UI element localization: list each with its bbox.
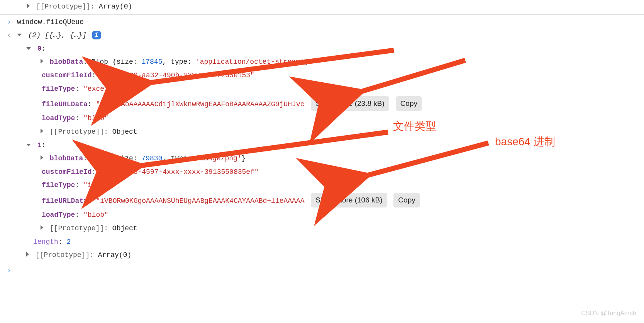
length-label: length xyxy=(33,238,58,246)
proto-value: Array(0) xyxy=(98,251,131,259)
chevron-right-icon: › xyxy=(7,16,14,28)
prop-value: "ccde9900-aa32-490b-xxxx-x8272d5e153" xyxy=(100,71,254,79)
object-property-row: fileURLData: "iVBORw0KGgoAAAANSUhEUgAABg… xyxy=(0,192,644,208)
prop-value: "excel" xyxy=(83,85,113,93)
proto-value: Array(0) xyxy=(99,3,132,10)
prop-key: blobData xyxy=(50,58,83,66)
prop-key: loadType xyxy=(42,114,75,122)
index-key: 0 xyxy=(37,45,42,53)
divider xyxy=(0,263,644,263)
prototype-row-outer[interactable]: [[Prototype]]: Array(0) xyxy=(0,248,644,262)
expand-icon[interactable] xyxy=(41,225,43,230)
expand-icon[interactable] xyxy=(41,155,43,160)
console-prompt-row[interactable]: › xyxy=(0,264,644,277)
prop-value: "blob" xyxy=(83,114,108,122)
console-output-row[interactable]: ‹ (2) [{…}, {…}] i xyxy=(0,29,644,42)
prop-key: fileType xyxy=(42,181,75,189)
prop-key: blobData xyxy=(50,155,83,162)
object-property-row[interactable]: blobData: Blob {size: 79830, type: 'imag… xyxy=(0,152,644,165)
proto-label: [[Prototype]] xyxy=(36,251,90,259)
object-property-row[interactable]: blobData: Blob {size: 17845, type: 'appl… xyxy=(0,55,644,69)
copy-button[interactable]: Copy xyxy=(396,96,422,111)
index-key: 1 xyxy=(37,141,42,149)
object-property-row: fileType: "img" xyxy=(0,178,644,192)
prop-key: fileURLData xyxy=(42,197,88,205)
watermark: CSDN @TangAcrab xyxy=(581,310,636,317)
prop-value: "iVBORw0KGgoAAAANSUhEUgAABgEAAAK4CAYAAAB… xyxy=(96,197,304,205)
proto-label: [[Prototype]] xyxy=(50,128,104,136)
prop-key: fileURLData xyxy=(42,100,88,108)
length-value: 2 xyxy=(66,238,71,246)
prop-value: "blob" xyxy=(83,211,108,219)
prop-value: "UEsDBAoAAAAAACd1jlXWknwRWgEAAFoBAAARAAA… xyxy=(96,100,304,108)
expand-icon[interactable] xyxy=(41,129,43,133)
divider xyxy=(0,14,644,15)
result-summary: (2) [{…}, {…}] xyxy=(28,31,86,39)
object-property-row: customFileId: "ccde9900-aa32-490b-xxxx-x… xyxy=(0,69,644,82)
length-row: length: 2 xyxy=(0,235,644,249)
expand-icon[interactable] xyxy=(27,3,30,8)
collapse-icon[interactable] xyxy=(17,34,22,36)
proto-value: Object xyxy=(112,128,137,136)
collapse-icon[interactable] xyxy=(26,47,31,50)
show-more-button[interactable]: Show more (106 kB) xyxy=(311,193,387,207)
console-input-row: › window.fileQUeue xyxy=(0,15,644,29)
object-index-row[interactable]: 0: xyxy=(0,42,644,56)
chevron-right-icon: › xyxy=(7,265,14,277)
object-property-row: customFileId: "5826c475-4597-4xxx-xxxx-3… xyxy=(0,165,644,179)
text-cursor xyxy=(18,265,18,274)
object-property-row: loadType: "blob" xyxy=(0,208,644,222)
object-property-row: fileType: "excel" xyxy=(0,82,644,96)
proto-label: [[Prototype]] xyxy=(50,224,104,232)
prop-value: "img" xyxy=(83,181,104,189)
prop-value: "5826c475-4597-4xxx-xxxx-3913550835ef" xyxy=(100,168,258,176)
object-property-row: loadType: "blob" xyxy=(0,112,644,125)
collapse-icon[interactable] xyxy=(26,144,31,146)
copy-button[interactable]: Copy xyxy=(393,193,420,207)
object-property-row: fileURLData: "UEsDBAoAAAAAACd1jlXWknwRWg… xyxy=(0,95,644,112)
annotation-label-base64: base64 进制 xyxy=(495,134,555,149)
console-expression: window.fileQUeue xyxy=(17,18,84,26)
info-icon[interactable]: i xyxy=(92,31,101,39)
prop-key: customFileId xyxy=(42,71,92,79)
prop-key: loadType xyxy=(42,211,75,219)
prototype-row-top[interactable]: [[Prototype]]: Array(0) xyxy=(0,0,644,14)
proto-value: Object xyxy=(112,224,137,232)
prop-key: customFileId xyxy=(42,168,92,176)
prop-key: fileType xyxy=(42,85,75,93)
proto-label: [[Prototype]] xyxy=(36,3,90,10)
chevron-left-icon: ‹ xyxy=(7,29,14,41)
expand-icon[interactable] xyxy=(26,252,29,257)
prototype-row[interactable]: [[Prototype]]: Object xyxy=(0,222,644,235)
expand-icon[interactable] xyxy=(41,59,43,63)
show-more-button[interactable]: Show more (23.8 kB) xyxy=(311,96,389,111)
annotation-label-filetype: 文件类型 xyxy=(393,119,436,134)
